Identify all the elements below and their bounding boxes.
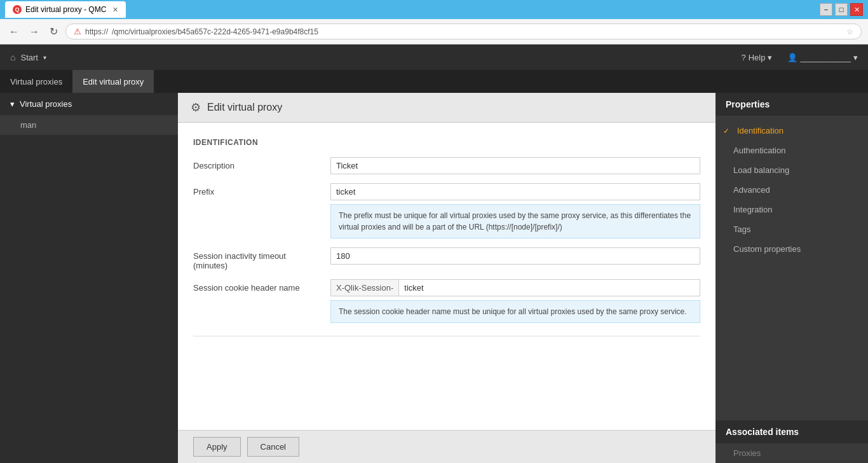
session-cookie-input[interactable] bbox=[399, 280, 700, 296]
help-icon: ? bbox=[741, 53, 745, 62]
associated-item-proxies[interactable]: Proxies bbox=[715, 443, 868, 463]
sidebar-item-man[interactable]: man bbox=[0, 115, 178, 135]
sidebar-collapse-arrow: ▾ bbox=[10, 99, 15, 109]
prefix-label: Prefix bbox=[193, 183, 320, 197]
prop-item-tags[interactable]: Tags bbox=[715, 219, 868, 239]
start-dropdown-arrow[interactable]: ▾ bbox=[43, 54, 46, 61]
description-input[interactable] bbox=[330, 157, 700, 174]
session-cookie-row: Session cookie header name X-Qlik-Sessio… bbox=[193, 279, 700, 323]
properties-header: Properties bbox=[715, 93, 868, 116]
back-button[interactable]: ← bbox=[6, 24, 22, 40]
tab-favicon: Q bbox=[13, 5, 22, 14]
sidebar-section-virtual-proxies[interactable]: ▾ Virtual proxies bbox=[0, 93, 178, 115]
session-timeout-field bbox=[330, 247, 700, 265]
page-title: Edit virtual proxy bbox=[207, 102, 282, 113]
prefix-info: The prefix must be unique for all virtua… bbox=[330, 204, 700, 238]
url-https: https:// bbox=[85, 27, 108, 36]
prop-label-custom-properties: Custom properties bbox=[733, 244, 801, 254]
prop-item-authentication[interactable]: Authentication bbox=[715, 141, 868, 160]
prop-label-identification: Identification bbox=[737, 126, 783, 135]
help-section[interactable]: ? Help ▾ bbox=[741, 53, 772, 62]
prop-label-advanced: Advanced bbox=[733, 185, 770, 195]
window-controls: − □ ✕ bbox=[820, 3, 863, 16]
properties-panel: Properties ✓ Identification Authenticati… bbox=[715, 93, 868, 463]
help-label: Help bbox=[749, 53, 766, 62]
tab-close-button[interactable]: ✕ bbox=[112, 6, 118, 14]
address-bar: ← → ↻ ⚠ https:// /qmc/virtualproxies/b45… bbox=[0, 19, 868, 45]
prop-label-load-balancing: Load balancing bbox=[733, 165, 789, 175]
browser-titlebar: Q Edit virtual proxy - QMC ✕ − □ ✕ bbox=[0, 0, 868, 19]
breadcrumb: Virtual proxies Edit virtual proxy bbox=[0, 70, 868, 93]
description-field bbox=[330, 157, 700, 174]
apply-button[interactable]: Apply bbox=[193, 437, 241, 457]
edit-proxy-icon: ⚙ bbox=[191, 100, 201, 114]
prop-item-custom-properties[interactable]: Custom properties bbox=[715, 239, 868, 259]
session-cookie-field: X-Qlik-Session- The session cookie heade… bbox=[330, 279, 700, 323]
content-wrapper: ⚙ Edit virtual proxy IDENTIFICATION Desc… bbox=[178, 93, 868, 463]
browser-tab[interactable]: Q Edit virtual proxy - QMC ✕ bbox=[5, 1, 126, 18]
bookmark-icon[interactable]: ☆ bbox=[846, 27, 853, 36]
content-header: ⚙ Edit virtual proxy bbox=[178, 93, 715, 123]
prop-label-integration: Integration bbox=[733, 205, 772, 214]
session-timeout-row: Session inactivity timeout (minutes) bbox=[193, 247, 700, 270]
breadcrumb-virtual-proxies[interactable]: Virtual proxies bbox=[0, 70, 72, 93]
description-label: Description bbox=[193, 157, 320, 170]
main-layout: ▾ Virtual proxies man ⚙ Edit virtual pro… bbox=[0, 93, 868, 463]
content-footer: Apply Cancel bbox=[178, 430, 715, 463]
content-area: ⚙ Edit virtual proxy IDENTIFICATION Desc… bbox=[178, 93, 715, 463]
session-cookie-label: Session cookie header name bbox=[193, 279, 320, 293]
security-warning-icon: ⚠ bbox=[74, 27, 81, 36]
user-icon: 👤 bbox=[787, 53, 797, 62]
session-timeout-label: Session inactivity timeout (minutes) bbox=[193, 247, 320, 270]
prop-label-authentication: Authentication bbox=[733, 146, 785, 155]
prop-item-integration[interactable]: Integration bbox=[715, 200, 868, 219]
sidebar: ▾ Virtual proxies man bbox=[0, 93, 178, 463]
identification-section-title: IDENTIFICATION bbox=[193, 138, 700, 147]
refresh-button[interactable]: ↻ bbox=[47, 23, 60, 40]
content-body: IDENTIFICATION Description Prefix The pr… bbox=[178, 123, 715, 430]
description-row: Description bbox=[193, 157, 700, 174]
session-cookie-prefix: X-Qlik-Session- bbox=[331, 280, 399, 296]
identification-check-icon: ✓ bbox=[723, 127, 729, 135]
user-dropdown-arrow: ▾ bbox=[853, 53, 858, 62]
session-timeout-input[interactable] bbox=[330, 247, 700, 265]
home-icon: ⌂ bbox=[10, 52, 15, 62]
prefix-input[interactable] bbox=[330, 183, 700, 200]
section-divider bbox=[193, 336, 700, 336]
url-path: /qmc/virtualproxies/b45a657c-222d-4265-9… bbox=[112, 27, 318, 36]
forward-button[interactable]: → bbox=[27, 24, 42, 40]
properties-list: ✓ Identification Authentication Load bal… bbox=[715, 116, 868, 420]
url-field[interactable]: ⚠ https:// /qmc/virtualproxies/b45a657c-… bbox=[65, 24, 862, 39]
prop-item-advanced[interactable]: Advanced bbox=[715, 180, 868, 200]
associated-items-header: Associated items bbox=[715, 420, 868, 443]
close-button[interactable]: ✕ bbox=[850, 3, 863, 16]
session-cookie-composite: X-Qlik-Session- bbox=[330, 279, 700, 296]
prop-item-identification[interactable]: ✓ Identification bbox=[715, 121, 868, 141]
user-section[interactable]: 👤 ___________ ▾ bbox=[787, 53, 858, 62]
tab-title: Edit virtual proxy - QMC bbox=[25, 5, 106, 14]
user-label: ___________ bbox=[800, 53, 851, 62]
prop-item-load-balancing[interactable]: Load balancing bbox=[715, 160, 868, 180]
prefix-field: The prefix must be unique for all virtua… bbox=[330, 183, 700, 238]
prefix-row: Prefix The prefix must be unique for all… bbox=[193, 183, 700, 238]
associated-proxies-label: Proxies bbox=[733, 448, 761, 458]
start-label[interactable]: Start bbox=[20, 53, 37, 62]
sidebar-section-label: Virtual proxies bbox=[20, 99, 72, 109]
help-dropdown-arrow: ▾ bbox=[768, 53, 772, 62]
minimize-button[interactable]: − bbox=[820, 3, 832, 16]
maximize-button[interactable]: □ bbox=[835, 3, 848, 16]
prop-label-tags: Tags bbox=[733, 225, 750, 234]
breadcrumb-edit-virtual-proxy[interactable]: Edit virtual proxy bbox=[72, 70, 154, 93]
cancel-button[interactable]: Cancel bbox=[247, 437, 299, 457]
session-cookie-info: The session cookie header name must be u… bbox=[330, 300, 700, 323]
app-header: ⌂ Start ▾ ? Help ▾ 👤 ___________ ▾ bbox=[0, 45, 868, 70]
